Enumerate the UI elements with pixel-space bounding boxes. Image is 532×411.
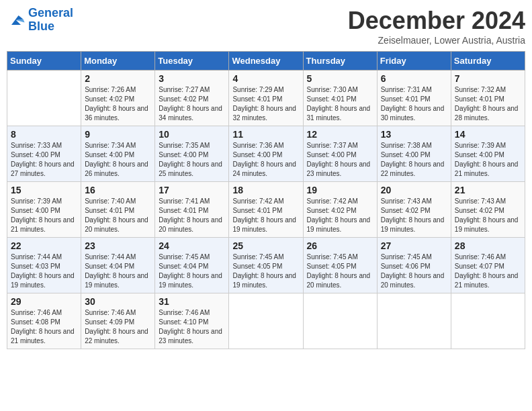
calendar-cell: 27Sunrise: 7:45 AMSunset: 4:06 PMDayligh… xyxy=(377,238,451,293)
day-number: 30 xyxy=(85,296,151,307)
day-number: 11 xyxy=(232,129,299,140)
day-detail: Sunrise: 7:32 AMSunset: 4:01 PMDaylight:… xyxy=(455,85,521,123)
day-detail: Sunrise: 7:34 AMSunset: 4:00 PMDaylight:… xyxy=(85,141,151,179)
day-detail: Sunrise: 7:46 AMSunset: 4:07 PMDaylight:… xyxy=(455,253,521,290)
day-detail: Sunrise: 7:45 AMSunset: 4:04 PMDaylight:… xyxy=(159,253,225,290)
day-number: 9 xyxy=(85,129,151,140)
day-number: 3 xyxy=(159,73,225,84)
day-number: 21 xyxy=(455,185,521,195)
calendar-cell: 13Sunrise: 7:38 AMSunset: 4:00 PMDayligh… xyxy=(377,126,451,182)
day-detail: Sunrise: 7:45 AMSunset: 4:05 PMDaylight:… xyxy=(232,253,299,290)
day-detail: Sunrise: 7:46 AMSunset: 4:10 PMDaylight:… xyxy=(159,308,225,346)
title-block: December 2024 Zeiselmauer, Lower Austria… xyxy=(348,7,525,46)
day-detail: Sunrise: 7:29 AMSunset: 4:01 PMDaylight:… xyxy=(232,85,299,123)
day-number: 22 xyxy=(11,240,77,251)
day-detail: Sunrise: 7:44 AMSunset: 4:04 PMDaylight:… xyxy=(85,253,151,290)
calendar-cell: 7Sunrise: 7:32 AMSunset: 4:01 PMDaylight… xyxy=(451,71,525,126)
calendar-week-row: 29Sunrise: 7:46 AMSunset: 4:08 PMDayligh… xyxy=(7,293,525,349)
day-number: 20 xyxy=(381,185,447,195)
calendar-cell: 12Sunrise: 7:37 AMSunset: 4:00 PMDayligh… xyxy=(303,126,377,182)
calendar-cell: 25Sunrise: 7:45 AMSunset: 4:05 PMDayligh… xyxy=(229,238,303,293)
day-detail: Sunrise: 7:44 AMSunset: 4:03 PMDaylight:… xyxy=(11,253,77,290)
day-detail: Sunrise: 7:41 AMSunset: 4:01 PMDaylight:… xyxy=(159,197,225,234)
day-detail: Sunrise: 7:45 AMSunset: 4:06 PMDaylight:… xyxy=(381,253,447,290)
calendar-cell: 11Sunrise: 7:36 AMSunset: 4:00 PMDayligh… xyxy=(229,126,303,182)
day-number: 23 xyxy=(85,240,151,251)
day-detail: Sunrise: 7:36 AMSunset: 4:00 PMDaylight:… xyxy=(232,141,299,179)
day-detail: Sunrise: 7:35 AMSunset: 4:00 PMDaylight:… xyxy=(159,141,225,179)
calendar-cell xyxy=(377,293,451,349)
calendar-table: SundayMondayTuesdayWednesdayThursdayFrid… xyxy=(7,51,525,349)
day-number: 25 xyxy=(232,240,299,251)
calendar-week-row: 22Sunrise: 7:44 AMSunset: 4:03 PMDayligh… xyxy=(7,238,525,293)
calendar-cell: 15Sunrise: 7:39 AMSunset: 4:00 PMDayligh… xyxy=(7,182,81,238)
calendar-cell: 2Sunrise: 7:26 AMSunset: 4:02 PMDaylight… xyxy=(81,71,155,126)
logo-line2: Blue xyxy=(28,19,54,33)
calendar-cell: 21Sunrise: 7:43 AMSunset: 4:02 PMDayligh… xyxy=(451,182,525,238)
calendar-cell: 20Sunrise: 7:43 AMSunset: 4:02 PMDayligh… xyxy=(377,182,451,238)
day-detail: Sunrise: 7:46 AMSunset: 4:08 PMDaylight:… xyxy=(11,308,77,346)
calendar-cell: 28Sunrise: 7:46 AMSunset: 4:07 PMDayligh… xyxy=(451,238,525,293)
calendar-cell: 6Sunrise: 7:31 AMSunset: 4:01 PMDaylight… xyxy=(377,71,451,126)
calendar-cell: 3Sunrise: 7:27 AMSunset: 4:02 PMDaylight… xyxy=(155,71,229,126)
day-header-monday: Monday xyxy=(81,52,155,71)
calendar-cell: 23Sunrise: 7:44 AMSunset: 4:04 PMDayligh… xyxy=(81,238,155,293)
calendar-cell: 8Sunrise: 7:33 AMSunset: 4:00 PMDaylight… xyxy=(7,126,81,182)
day-number: 19 xyxy=(307,185,373,195)
day-header-friday: Friday xyxy=(377,52,451,71)
day-detail: Sunrise: 7:39 AMSunset: 4:00 PMDaylight:… xyxy=(455,141,521,179)
calendar-cell xyxy=(451,293,525,349)
logo-icon xyxy=(7,11,26,30)
day-detail: Sunrise: 7:46 AMSunset: 4:09 PMDaylight:… xyxy=(85,308,151,346)
day-number: 27 xyxy=(381,240,447,251)
calendar-cell: 16Sunrise: 7:40 AMSunset: 4:01 PMDayligh… xyxy=(81,182,155,238)
day-header-sunday: Sunday xyxy=(7,52,81,71)
calendar-cell xyxy=(229,293,303,349)
calendar-cell: 26Sunrise: 7:45 AMSunset: 4:05 PMDayligh… xyxy=(303,238,377,293)
day-header-thursday: Thursday xyxy=(303,52,377,71)
day-number: 18 xyxy=(232,185,299,195)
day-number: 6 xyxy=(381,73,447,84)
calendar-week-row: 8Sunrise: 7:33 AMSunset: 4:00 PMDaylight… xyxy=(7,126,525,182)
day-detail: Sunrise: 7:27 AMSunset: 4:02 PMDaylight:… xyxy=(159,85,225,123)
month-title: December 2024 xyxy=(348,7,525,35)
day-number: 31 xyxy=(159,296,225,307)
day-number: 17 xyxy=(159,185,225,195)
page-header: General Blue December 2024 Zeiselmauer, … xyxy=(7,7,525,46)
location-subtitle: Zeiselmauer, Lower Austria, Austria xyxy=(348,35,525,46)
calendar-body: 2Sunrise: 7:26 AMSunset: 4:02 PMDaylight… xyxy=(7,71,525,349)
day-number: 15 xyxy=(11,185,77,195)
day-number: 14 xyxy=(455,129,521,140)
calendar-cell: 14Sunrise: 7:39 AMSunset: 4:00 PMDayligh… xyxy=(451,126,525,182)
calendar-cell: 17Sunrise: 7:41 AMSunset: 4:01 PMDayligh… xyxy=(155,182,229,238)
day-number: 5 xyxy=(307,73,373,84)
calendar-cell: 18Sunrise: 7:42 AMSunset: 4:01 PMDayligh… xyxy=(229,182,303,238)
day-number: 16 xyxy=(85,185,151,195)
calendar-cell: 4Sunrise: 7:29 AMSunset: 4:01 PMDaylight… xyxy=(229,71,303,126)
calendar-cell: 30Sunrise: 7:46 AMSunset: 4:09 PMDayligh… xyxy=(81,293,155,349)
calendar-cell: 31Sunrise: 7:46 AMSunset: 4:10 PMDayligh… xyxy=(155,293,229,349)
day-detail: Sunrise: 7:42 AMSunset: 4:02 PMDaylight:… xyxy=(307,197,373,234)
day-header-tuesday: Tuesday xyxy=(155,52,229,71)
day-detail: Sunrise: 7:45 AMSunset: 4:05 PMDaylight:… xyxy=(307,253,373,290)
day-detail: Sunrise: 7:40 AMSunset: 4:01 PMDaylight:… xyxy=(85,197,151,234)
calendar-week-row: 15Sunrise: 7:39 AMSunset: 4:00 PMDayligh… xyxy=(7,182,525,238)
calendar-cell: 9Sunrise: 7:34 AMSunset: 4:00 PMDaylight… xyxy=(81,126,155,182)
calendar-cell: 19Sunrise: 7:42 AMSunset: 4:02 PMDayligh… xyxy=(303,182,377,238)
day-detail: Sunrise: 7:38 AMSunset: 4:00 PMDaylight:… xyxy=(381,141,447,179)
calendar-header-row: SundayMondayTuesdayWednesdayThursdayFrid… xyxy=(7,52,525,71)
day-detail: Sunrise: 7:43 AMSunset: 4:02 PMDaylight:… xyxy=(381,197,447,234)
day-detail: Sunrise: 7:39 AMSunset: 4:00 PMDaylight:… xyxy=(11,197,77,234)
day-number: 13 xyxy=(381,129,447,140)
calendar-cell: 22Sunrise: 7:44 AMSunset: 4:03 PMDayligh… xyxy=(7,238,81,293)
day-detail: Sunrise: 7:26 AMSunset: 4:02 PMDaylight:… xyxy=(85,85,151,123)
day-number: 24 xyxy=(159,240,225,251)
day-number: 10 xyxy=(159,129,225,140)
day-detail: Sunrise: 7:43 AMSunset: 4:02 PMDaylight:… xyxy=(455,197,521,234)
day-number: 26 xyxy=(307,240,373,251)
calendar-cell: 24Sunrise: 7:45 AMSunset: 4:04 PMDayligh… xyxy=(155,238,229,293)
calendar-cell xyxy=(303,293,377,349)
day-detail: Sunrise: 7:42 AMSunset: 4:01 PMDaylight:… xyxy=(232,197,299,234)
calendar-cell: 5Sunrise: 7:30 AMSunset: 4:01 PMDaylight… xyxy=(303,71,377,126)
logo-line1: General xyxy=(28,6,73,19)
